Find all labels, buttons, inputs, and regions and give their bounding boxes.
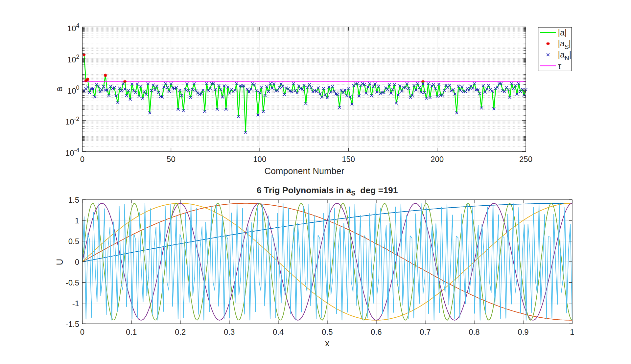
svg-text:1: 1 [75,216,79,225]
svg-text:200: 200 [431,155,444,164]
svg-text:1: 1 [570,328,574,336]
svg-text:0.5: 0.5 [322,328,333,336]
svg-text:250: 250 [519,155,532,164]
svg-text:-1.5: -1.5 [66,320,79,329]
svg-text:6 Trig Polynomials in aS deg: 6 Trig Polynomials in aS deg =191 [257,185,398,197]
svg-text:0: 0 [80,328,84,336]
svg-text:0.9: 0.9 [518,328,528,336]
svg-text:0.4: 0.4 [273,328,284,336]
svg-text:0.5: 0.5 [68,237,79,246]
svg-text:50: 50 [167,155,175,164]
svg-text:U: U [55,259,65,265]
svg-text:a: a [54,86,64,92]
svg-text:0.8: 0.8 [469,328,479,336]
svg-text:Component Number: Component Number [264,166,344,176]
svg-text:100: 100 [253,155,266,164]
svg-text:|a|: |a| [558,28,567,37]
svg-text:-1: -1 [72,299,79,308]
svg-text:1.5: 1.5 [68,195,79,204]
svg-text:0.1: 0.1 [126,328,137,336]
svg-text:0.2: 0.2 [175,328,186,336]
svg-text:τ: τ [558,61,562,71]
svg-text:0.7: 0.7 [420,328,431,336]
svg-text:0: 0 [80,155,84,164]
svg-text:150: 150 [342,155,355,164]
svg-text:0.6: 0.6 [371,328,382,336]
svg-text:0.3: 0.3 [224,328,235,336]
svg-text:x: x [325,338,330,348]
svg-text:0: 0 [75,258,79,266]
svg-text:-0.5: -0.5 [66,278,79,287]
